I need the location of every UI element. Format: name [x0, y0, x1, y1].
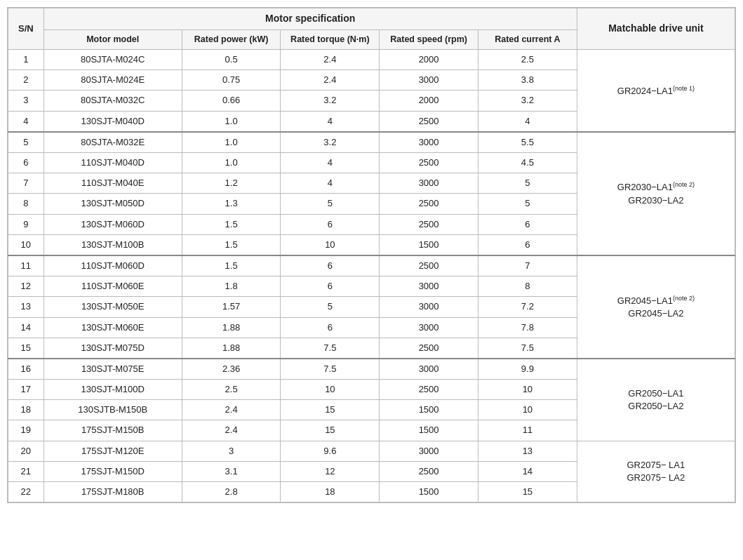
torque-cell: 4 [281, 111, 380, 132]
speed-cell: 2500 [380, 111, 478, 132]
model-cell: 80SJTA-M024C [43, 50, 182, 70]
current-cell: 2.5 [478, 50, 577, 70]
speed-cell: 1500 [380, 234, 478, 255]
sn-cell: 21 [8, 461, 44, 481]
motor-spec-header: Motor specification [43, 8, 577, 30]
model-cell: 110SJT-M060D [43, 255, 182, 276]
current-cell: 3.2 [478, 91, 577, 111]
torque-cell: 5 [281, 194, 380, 214]
power-cell: 1.5 [182, 255, 281, 276]
current-cell: 5 [478, 194, 577, 214]
speed-cell: 3000 [380, 70, 478, 91]
power-cell: 1.88 [182, 338, 281, 359]
model-cell: 130SJT-M040D [43, 111, 182, 132]
speed-cell: 2500 [380, 461, 478, 481]
drive-label: GR2075− LA1 [627, 460, 685, 470]
current-cell: 6 [478, 234, 577, 255]
model-cell: 175SJT-M150D [43, 461, 182, 481]
power-cell: 2.5 [182, 380, 281, 400]
model-cell: 130SJTB-M150B [43, 400, 182, 420]
torque-cell: 7.5 [281, 338, 380, 359]
sn-cell: 20 [8, 441, 44, 461]
power-cell: 0.66 [182, 91, 281, 111]
power-cell: 2.8 [182, 482, 281, 502]
speed-cell: 2000 [380, 91, 478, 111]
current-cell: 14 [478, 461, 577, 481]
sn-cell: 7 [8, 173, 44, 194]
current-cell: 15 [478, 482, 577, 502]
main-table-wrapper: S/N Motor specification Matchable drive … [7, 7, 736, 503]
power-cell: 2.4 [182, 400, 281, 420]
sn-cell: 5 [8, 132, 44, 153]
model-cell: 175SJT-M180B [43, 482, 182, 502]
speed-cell: 3000 [380, 297, 478, 317]
power-cell: 1.0 [182, 153, 281, 173]
speed-cell: 2500 [380, 194, 478, 214]
model-cell: 130SJT-M050E [43, 297, 182, 317]
speed-cell: 3000 [380, 441, 478, 461]
model-cell: 130SJT-M060E [43, 317, 182, 338]
drive-label: GR2045−LA1(note 2) [617, 295, 695, 306]
current-cell: 10 [478, 380, 577, 400]
current-cell: 4 [478, 111, 577, 132]
table-row: 16130SJT-M075E2.367.530009.9GR2050−LA1GR… [8, 359, 735, 380]
current-cell: 3.8 [478, 70, 577, 91]
sn-cell: 9 [8, 214, 44, 234]
current-cell: 7.5 [478, 338, 577, 359]
sn-cell: 2 [8, 70, 44, 91]
torque-cell: 15 [281, 420, 380, 441]
drive-note: (note 2) [673, 181, 695, 188]
torque-cell: 10 [281, 380, 380, 400]
power-cell: 3.1 [182, 461, 281, 481]
model-cell: 130SJT-M100B [43, 234, 182, 255]
torque-cell: 15 [281, 400, 380, 420]
current-cell: 9.9 [478, 359, 577, 380]
sn-cell: 12 [8, 276, 44, 297]
power-cell: 3 [182, 441, 281, 461]
current-cell: 6 [478, 214, 577, 234]
current-cell: 7 [478, 255, 577, 276]
sn-cell: 22 [8, 482, 44, 502]
sn-header: S/N [8, 8, 44, 50]
sn-cell: 13 [8, 297, 44, 317]
power-header: Rated power (kW) [182, 29, 281, 50]
speed-cell: 2500 [380, 214, 478, 234]
current-cell: 4.5 [478, 153, 577, 173]
torque-cell: 6 [281, 255, 380, 276]
drive-cell: GR2045−LA1(note 2)GR2045−LA2 [577, 255, 735, 359]
power-cell: 1.0 [182, 132, 281, 153]
model-cell: 175SJT-M150B [43, 420, 182, 441]
current-cell: 7.8 [478, 317, 577, 338]
torque-cell: 3.2 [281, 91, 380, 111]
drive-label: GR2030−LA2 [628, 195, 683, 206]
table-row: 580SJTA-M032E1.03.230005.5GR2030−LA1(not… [8, 132, 735, 153]
drive-cell: GR2075− LA1GR2075− LA2 [577, 441, 735, 502]
sn-cell: 6 [8, 153, 44, 173]
torque-cell: 10 [281, 234, 380, 255]
speed-cell: 1500 [380, 482, 478, 502]
model-cell: 80SJTA-M032C [43, 91, 182, 111]
torque-cell: 6 [281, 317, 380, 338]
power-cell: 0.75 [182, 70, 281, 91]
model-cell: 130SJT-M060D [43, 214, 182, 234]
model-cell: 175SJT-M120E [43, 441, 182, 461]
speed-cell: 3000 [380, 359, 478, 380]
power-cell: 1.57 [182, 297, 281, 317]
torque-cell: 9.6 [281, 441, 380, 461]
torque-cell: 4 [281, 173, 380, 194]
drive-note: (note 2) [673, 295, 695, 302]
speed-cell: 3000 [380, 276, 478, 297]
power-cell: 2.36 [182, 359, 281, 380]
model-header: Motor model [43, 29, 182, 50]
torque-cell: 6 [281, 276, 380, 297]
model-cell: 110SJT-M040E [43, 173, 182, 194]
sn-cell: 15 [8, 338, 44, 359]
power-cell: 1.3 [182, 194, 281, 214]
table-row: 20175SJT-M120E39.6300013GR2075− LA1GR207… [8, 441, 735, 461]
power-cell: 1.5 [182, 234, 281, 255]
speed-cell: 2500 [380, 153, 478, 173]
drive-label: GR2075− LA2 [627, 472, 685, 483]
current-cell: 11 [478, 420, 577, 441]
table-row: 180SJTA-M024C0.52.420002.5GR2024−LA1(not… [8, 50, 735, 70]
drive-cell: GR2050−LA1GR2050−LA2 [577, 359, 735, 441]
